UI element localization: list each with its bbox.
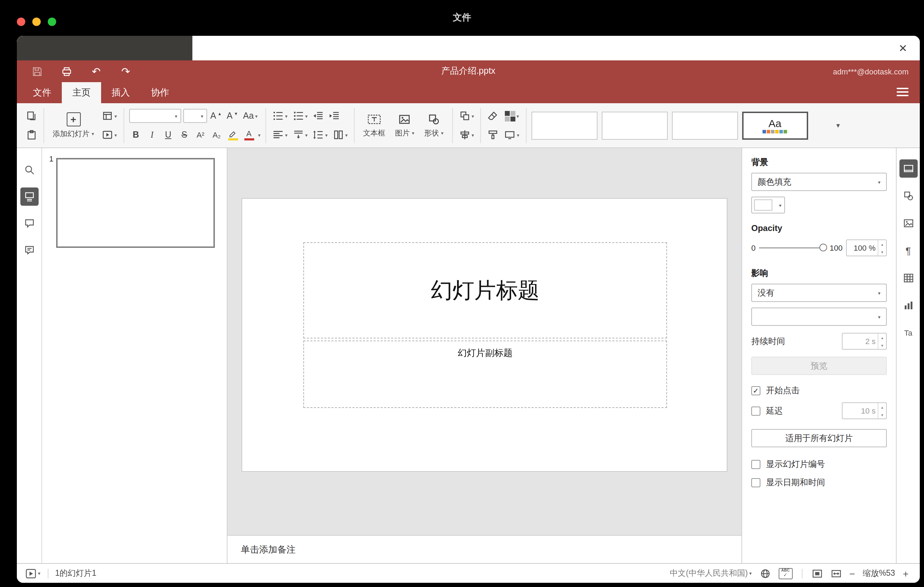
comments-icon[interactable] xyxy=(20,214,38,232)
align-shapes-icon[interactable]: ▾ xyxy=(457,127,475,143)
subscript-button[interactable]: A₂ xyxy=(210,127,224,143)
tab-insert[interactable]: 插入 xyxy=(101,82,140,103)
show-date-time-row[interactable]: 显示日期和时间 xyxy=(751,477,887,489)
save-icon[interactable] xyxy=(28,63,46,80)
start-on-click-checkbox[interactable]: ✓ xyxy=(751,386,761,395)
redo-icon[interactable]: ↷ xyxy=(117,63,135,80)
paste-icon[interactable] xyxy=(25,127,39,143)
arrange-shapes-icon[interactable]: ▾ xyxy=(457,108,475,124)
columns-icon[interactable]: ▾ xyxy=(331,127,349,143)
bold-button[interactable]: B xyxy=(129,127,143,143)
clear-style-icon[interactable] xyxy=(486,108,500,124)
theme-tile-2[interactable] xyxy=(601,111,667,139)
chat-icon[interactable] xyxy=(20,241,38,259)
line-spacing-icon[interactable]: ▾ xyxy=(311,127,329,143)
show-slide-number-checkbox[interactable] xyxy=(751,460,761,469)
textart-settings-icon[interactable]: Ta xyxy=(899,324,917,342)
decrease-indent-icon[interactable] xyxy=(311,108,325,124)
italic-button[interactable]: I xyxy=(145,127,159,143)
slide-settings-icon[interactable] xyxy=(899,159,917,178)
print-icon[interactable] xyxy=(58,63,76,80)
start-slideshow-button[interactable]: ▾ xyxy=(101,127,118,143)
table-settings-icon[interactable] xyxy=(899,269,917,287)
close-icon[interactable]: ✕ xyxy=(895,41,911,56)
slide-thumbnail-1[interactable] xyxy=(56,158,215,248)
preview-button[interactable]: 预览 xyxy=(751,357,887,375)
opacity-slider-handle[interactable] xyxy=(819,244,827,251)
add-slide-button[interactable]: + 添加幻灯片▾ xyxy=(49,106,97,144)
spin-down-icon[interactable]: ▼ xyxy=(878,341,886,349)
show-slide-number-row[interactable]: 显示幻灯片编号 xyxy=(751,458,887,470)
spin-up-icon[interactable]: ▲ xyxy=(878,240,886,248)
highlight-color-button[interactable] xyxy=(226,127,240,143)
change-case-button[interactable]: Aa▾ xyxy=(241,108,259,124)
image-settings-icon[interactable] xyxy=(899,214,917,232)
zoom-in-icon[interactable]: + xyxy=(903,568,909,579)
start-on-click-row[interactable]: ✓ 开始点击 xyxy=(751,385,887,397)
opacity-slider[interactable] xyxy=(759,247,826,249)
font-color-button[interactable]: A xyxy=(242,127,256,143)
fit-slide-icon[interactable] xyxy=(811,568,823,579)
spin-up-icon[interactable]: ▲ xyxy=(878,333,886,341)
transition-effect-select[interactable]: 没有 ▾ xyxy=(751,284,887,302)
slide-canvas[interactable]: 幻灯片标题 幻灯片副标题 xyxy=(228,148,741,535)
numbered-list-icon[interactable]: ▾ xyxy=(291,108,309,124)
color-scheme-icon[interactable]: ▾ xyxy=(503,108,521,124)
decrease-font-button[interactable]: A▼ xyxy=(225,108,240,124)
fit-width-icon[interactable] xyxy=(830,568,842,579)
theme-tile-selected[interactable]: Aa xyxy=(742,111,808,139)
align-text-icon[interactable]: ▾ xyxy=(271,127,289,143)
strikethrough-button[interactable]: S xyxy=(177,127,191,143)
insert-shape-button[interactable]: 形状▾ xyxy=(421,106,447,144)
copy-style-icon[interactable] xyxy=(486,127,500,143)
apply-to-all-slides-button[interactable]: 适用于所有幻灯片 xyxy=(751,429,887,447)
title-placeholder[interactable]: 幻灯片标题 xyxy=(303,242,667,338)
duration-input[interactable]: 2 s ▲▼ xyxy=(842,333,887,350)
spin-up-icon[interactable]: ▲ xyxy=(878,403,886,411)
insert-image-button[interactable]: 图片▾ xyxy=(391,106,418,144)
undo-icon[interactable]: ↶ xyxy=(87,63,105,80)
superscript-button[interactable]: A² xyxy=(193,127,208,143)
chart-settings-icon[interactable] xyxy=(899,296,917,315)
vertical-align-icon[interactable]: ▾ xyxy=(291,127,309,143)
increase-indent-icon[interactable] xyxy=(327,108,341,124)
notes-area[interactable]: 单击添加备注 xyxy=(228,535,741,563)
theme-tile-1[interactable] xyxy=(531,111,597,139)
more-themes-icon[interactable]: ▾ xyxy=(830,111,846,139)
background-fill-select[interactable]: 颜色填充 ▾ xyxy=(751,173,887,191)
slides-panel-icon[interactable] xyxy=(20,188,38,206)
copy-icon[interactable] xyxy=(25,108,39,124)
menu-icon[interactable] xyxy=(897,88,909,96)
opacity-input[interactable]: 100 % ▲▼ xyxy=(846,239,887,256)
increase-font-button[interactable]: A▲ xyxy=(209,108,223,124)
language-select[interactable]: 中文(中华人民共和国) ▾ xyxy=(670,568,752,579)
underline-button[interactable]: U xyxy=(161,127,175,143)
slide[interactable]: 幻灯片标题 幻灯片副标题 xyxy=(242,199,727,471)
shape-settings-icon[interactable] xyxy=(899,187,917,205)
set-language-icon[interactable] xyxy=(759,568,771,579)
background-color-select[interactable]: ▾ xyxy=(751,196,785,213)
zoom-out-icon[interactable]: − xyxy=(849,568,855,579)
font-name-select[interactable]: ▾ xyxy=(129,109,181,123)
slide-layout-button[interactable]: ▾ xyxy=(101,108,118,124)
spin-down-icon[interactable]: ▼ xyxy=(878,248,886,256)
search-icon[interactable] xyxy=(20,161,38,179)
spellcheck-icon[interactable]: ABC✓ xyxy=(778,568,792,579)
tab-file[interactable]: 文件 xyxy=(23,82,62,103)
font-size-select[interactable]: ▾ xyxy=(183,109,207,123)
delay-input[interactable]: 10 s ▲▼ xyxy=(842,402,887,419)
tab-home[interactable]: 主页 xyxy=(62,82,101,103)
paragraph-settings-icon[interactable]: ¶ xyxy=(899,242,917,260)
tab-collaboration[interactable]: 协作 xyxy=(140,82,180,103)
spin-down-icon[interactable]: ▼ xyxy=(878,411,886,419)
start-slideshow-status-icon[interactable]: ▾ xyxy=(25,568,40,579)
subtitle-placeholder[interactable]: 幻灯片副标题 xyxy=(303,341,667,408)
delay-checkbox[interactable] xyxy=(751,406,761,416)
insert-textbox-button[interactable]: 文本框 xyxy=(360,106,389,144)
delay-row[interactable]: 延迟 xyxy=(751,405,783,417)
slide-size-icon[interactable]: ▾ xyxy=(503,127,521,143)
bullet-list-icon[interactable]: ▾ xyxy=(271,108,289,124)
theme-tile-3[interactable] xyxy=(672,111,738,139)
show-date-time-checkbox[interactable] xyxy=(751,478,761,487)
transition-variant-select[interactable]: ▾ xyxy=(751,308,887,326)
